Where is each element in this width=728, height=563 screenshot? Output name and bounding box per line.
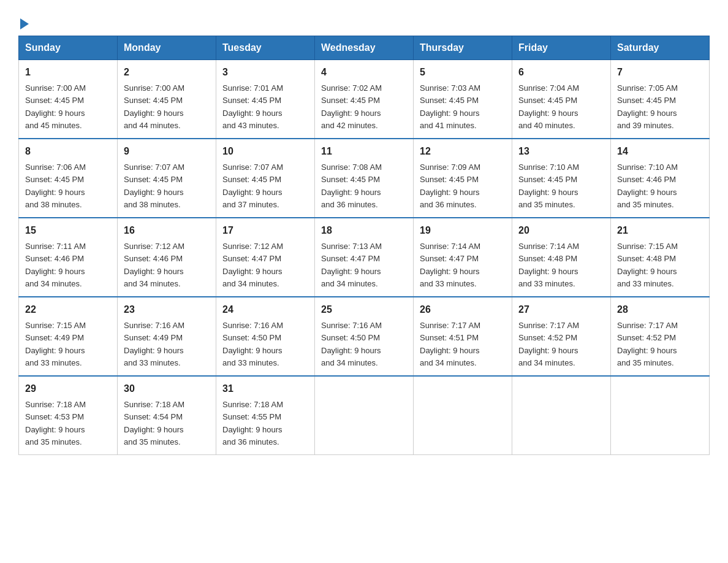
day-info: Sunrise: 7:03 AMSunset: 4:45 PMDaylight:… bbox=[420, 83, 480, 130]
day-info: Sunrise: 7:14 AMSunset: 4:47 PMDaylight:… bbox=[420, 242, 480, 288]
calendar-cell: 10 Sunrise: 7:07 AMSunset: 4:45 PMDaylig… bbox=[216, 139, 315, 218]
calendar-header-row: SundayMondayTuesdayWednesdayThursdayFrid… bbox=[19, 36, 710, 60]
calendar-cell: 7 Sunrise: 7:05 AMSunset: 4:45 PMDayligh… bbox=[611, 60, 710, 139]
calendar-cell: 22 Sunrise: 7:15 AMSunset: 4:49 PMDaylig… bbox=[19, 297, 118, 376]
col-header-tuesday: Tuesday bbox=[216, 36, 315, 60]
day-number: 19 bbox=[420, 223, 506, 238]
calendar-cell: 13 Sunrise: 7:10 AMSunset: 4:45 PMDaylig… bbox=[512, 139, 611, 218]
day-info: Sunrise: 7:09 AMSunset: 4:45 PMDaylight:… bbox=[420, 163, 480, 209]
day-number: 21 bbox=[617, 223, 703, 238]
calendar-cell: 11 Sunrise: 7:08 AMSunset: 4:45 PMDaylig… bbox=[315, 139, 414, 218]
day-info: Sunrise: 7:18 AMSunset: 4:55 PMDaylight:… bbox=[222, 400, 283, 446]
calendar-cell: 29 Sunrise: 7:18 AMSunset: 4:53 PMDaylig… bbox=[19, 376, 118, 455]
day-info: Sunrise: 7:16 AMSunset: 4:50 PMDaylight:… bbox=[321, 321, 382, 367]
day-info: Sunrise: 7:05 AMSunset: 4:45 PMDaylight:… bbox=[617, 83, 678, 130]
day-number: 13 bbox=[518, 144, 604, 159]
calendar-cell: 9 Sunrise: 7:07 AMSunset: 4:45 PMDayligh… bbox=[118, 139, 216, 218]
day-info: Sunrise: 7:18 AMSunset: 4:53 PMDaylight:… bbox=[25, 400, 86, 446]
day-info: Sunrise: 7:14 AMSunset: 4:48 PMDaylight:… bbox=[518, 242, 579, 288]
day-info: Sunrise: 7:16 AMSunset: 4:50 PMDaylight:… bbox=[222, 321, 283, 367]
day-info: Sunrise: 7:08 AMSunset: 4:45 PMDaylight:… bbox=[321, 163, 382, 209]
col-header-thursday: Thursday bbox=[414, 36, 512, 60]
calendar-cell: 16 Sunrise: 7:12 AMSunset: 4:46 PMDaylig… bbox=[118, 218, 216, 297]
day-info: Sunrise: 7:07 AMSunset: 4:45 PMDaylight:… bbox=[222, 163, 283, 209]
calendar-cell: 8 Sunrise: 7:06 AMSunset: 4:45 PMDayligh… bbox=[19, 139, 118, 218]
calendar-cell bbox=[315, 376, 414, 455]
calendar-table: SundayMondayTuesdayWednesdayThursdayFrid… bbox=[18, 36, 710, 455]
day-number: 16 bbox=[124, 223, 210, 238]
col-header-monday: Monday bbox=[118, 36, 216, 60]
day-info: Sunrise: 7:07 AMSunset: 4:45 PMDaylight:… bbox=[124, 163, 184, 209]
day-number: 1 bbox=[25, 65, 111, 80]
day-number: 24 bbox=[222, 302, 308, 317]
calendar-cell bbox=[611, 376, 710, 455]
calendar-cell: 15 Sunrise: 7:11 AMSunset: 4:46 PMDaylig… bbox=[19, 218, 118, 297]
col-header-sunday: Sunday bbox=[19, 36, 118, 60]
day-number: 26 bbox=[420, 302, 506, 317]
calendar-cell: 5 Sunrise: 7:03 AMSunset: 4:45 PMDayligh… bbox=[414, 60, 512, 139]
day-number: 29 bbox=[25, 381, 111, 396]
col-header-friday: Friday bbox=[512, 36, 611, 60]
calendar-cell: 25 Sunrise: 7:16 AMSunset: 4:50 PMDaylig… bbox=[315, 297, 414, 376]
day-info: Sunrise: 7:10 AMSunset: 4:45 PMDaylight:… bbox=[518, 163, 579, 209]
calendar-cell: 3 Sunrise: 7:01 AMSunset: 4:45 PMDayligh… bbox=[216, 60, 315, 139]
calendar-cell: 24 Sunrise: 7:16 AMSunset: 4:50 PMDaylig… bbox=[216, 297, 315, 376]
day-number: 2 bbox=[124, 65, 210, 80]
day-number: 6 bbox=[518, 65, 604, 80]
day-number: 31 bbox=[222, 381, 308, 396]
day-info: Sunrise: 7:12 AMSunset: 4:47 PMDaylight:… bbox=[222, 242, 283, 288]
day-info: Sunrise: 7:17 AMSunset: 4:52 PMDaylight:… bbox=[617, 321, 678, 367]
day-info: Sunrise: 7:11 AMSunset: 4:46 PMDaylight:… bbox=[25, 242, 86, 288]
col-header-wednesday: Wednesday bbox=[315, 36, 414, 60]
calendar-cell: 28 Sunrise: 7:17 AMSunset: 4:52 PMDaylig… bbox=[611, 297, 710, 376]
calendar-week-row: 8 Sunrise: 7:06 AMSunset: 4:45 PMDayligh… bbox=[19, 139, 710, 218]
day-number: 8 bbox=[25, 144, 111, 159]
calendar-cell: 18 Sunrise: 7:13 AMSunset: 4:47 PMDaylig… bbox=[315, 218, 414, 297]
calendar-cell: 27 Sunrise: 7:17 AMSunset: 4:52 PMDaylig… bbox=[512, 297, 611, 376]
day-info: Sunrise: 7:16 AMSunset: 4:49 PMDaylight:… bbox=[124, 321, 184, 367]
col-header-saturday: Saturday bbox=[611, 36, 710, 60]
calendar-week-row: 29 Sunrise: 7:18 AMSunset: 4:53 PMDaylig… bbox=[19, 376, 710, 455]
calendar-cell: 26 Sunrise: 7:17 AMSunset: 4:51 PMDaylig… bbox=[414, 297, 512, 376]
day-number: 28 bbox=[617, 302, 703, 317]
day-info: Sunrise: 7:01 AMSunset: 4:45 PMDaylight:… bbox=[222, 83, 283, 130]
calendar-week-row: 22 Sunrise: 7:15 AMSunset: 4:49 PMDaylig… bbox=[19, 297, 710, 376]
day-number: 5 bbox=[420, 65, 506, 80]
day-info: Sunrise: 7:15 AMSunset: 4:49 PMDaylight:… bbox=[25, 321, 86, 367]
day-number: 27 bbox=[518, 302, 604, 317]
day-number: 15 bbox=[25, 223, 111, 238]
day-number: 17 bbox=[222, 223, 308, 238]
calendar-cell bbox=[512, 376, 611, 455]
calendar-cell: 31 Sunrise: 7:18 AMSunset: 4:55 PMDaylig… bbox=[216, 376, 315, 455]
day-number: 3 bbox=[222, 65, 308, 80]
day-info: Sunrise: 7:13 AMSunset: 4:47 PMDaylight:… bbox=[321, 242, 382, 288]
day-number: 30 bbox=[124, 381, 210, 396]
day-info: Sunrise: 7:04 AMSunset: 4:45 PMDaylight:… bbox=[518, 83, 579, 130]
day-number: 7 bbox=[617, 65, 703, 80]
day-number: 12 bbox=[420, 144, 506, 159]
day-info: Sunrise: 7:18 AMSunset: 4:54 PMDaylight:… bbox=[124, 400, 184, 446]
calendar-cell bbox=[414, 376, 512, 455]
calendar-cell: 1 Sunrise: 7:00 AMSunset: 4:45 PMDayligh… bbox=[19, 60, 118, 139]
day-number: 18 bbox=[321, 223, 407, 238]
calendar-cell: 17 Sunrise: 7:12 AMSunset: 4:47 PMDaylig… bbox=[216, 218, 315, 297]
calendar-cell: 14 Sunrise: 7:10 AMSunset: 4:46 PMDaylig… bbox=[611, 139, 710, 218]
calendar-cell: 12 Sunrise: 7:09 AMSunset: 4:45 PMDaylig… bbox=[414, 139, 512, 218]
calendar-week-row: 1 Sunrise: 7:00 AMSunset: 4:45 PMDayligh… bbox=[19, 60, 710, 139]
calendar-cell: 20 Sunrise: 7:14 AMSunset: 4:48 PMDaylig… bbox=[512, 218, 611, 297]
day-info: Sunrise: 7:15 AMSunset: 4:48 PMDaylight:… bbox=[617, 242, 678, 288]
calendar-cell: 23 Sunrise: 7:16 AMSunset: 4:49 PMDaylig… bbox=[118, 297, 216, 376]
day-info: Sunrise: 7:00 AMSunset: 4:45 PMDaylight:… bbox=[25, 83, 86, 130]
day-info: Sunrise: 7:10 AMSunset: 4:46 PMDaylight:… bbox=[617, 163, 678, 209]
day-number: 4 bbox=[321, 65, 407, 80]
day-number: 11 bbox=[321, 144, 407, 159]
day-number: 10 bbox=[222, 144, 308, 159]
calendar-cell: 6 Sunrise: 7:04 AMSunset: 4:45 PMDayligh… bbox=[512, 60, 611, 139]
calendar-cell: 19 Sunrise: 7:14 AMSunset: 4:47 PMDaylig… bbox=[414, 218, 512, 297]
day-number: 23 bbox=[124, 302, 210, 317]
calendar-cell: 21 Sunrise: 7:15 AMSunset: 4:48 PMDaylig… bbox=[611, 218, 710, 297]
day-info: Sunrise: 7:12 AMSunset: 4:46 PMDaylight:… bbox=[124, 242, 184, 288]
day-number: 20 bbox=[518, 223, 604, 238]
logo bbox=[18, 18, 29, 29]
calendar-week-row: 15 Sunrise: 7:11 AMSunset: 4:46 PMDaylig… bbox=[19, 218, 710, 297]
